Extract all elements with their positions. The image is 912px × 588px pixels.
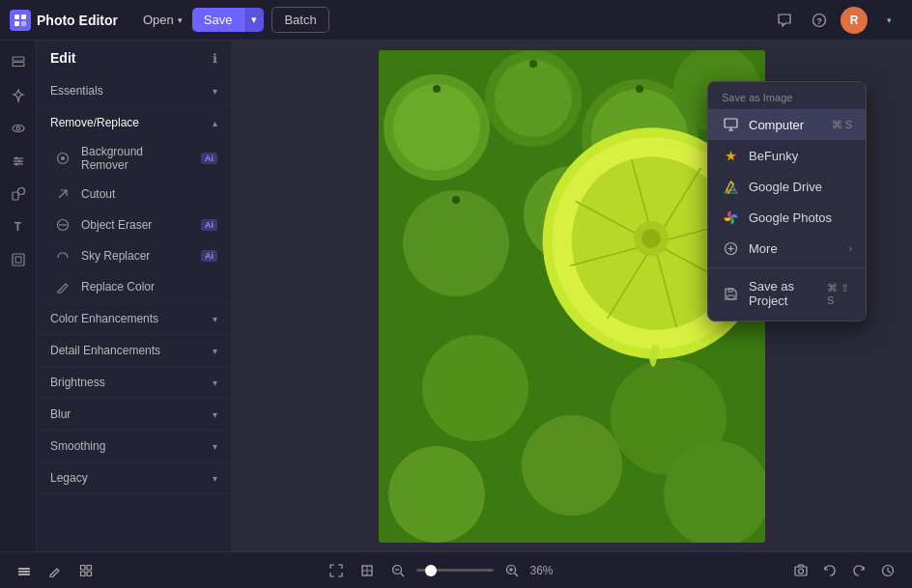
sidebar-item-replace-color[interactable]: Replace Color: [37, 271, 231, 302]
sidebar-section-smoothing: Smoothing ▾: [37, 431, 231, 462]
svg-rect-63: [18, 571, 30, 573]
sidebar: Edit ℹ Essentials ▾ Remove/Replace ▴ Bac…: [37, 41, 232, 551]
svg-point-44: [452, 196, 460, 204]
svg-point-42: [529, 60, 537, 68]
svg-rect-65: [81, 565, 86, 570]
sidebar-item-object-eraser[interactable]: Object Eraser Ai: [37, 210, 231, 240]
sky-replacer-badge: Ai: [201, 250, 217, 262]
sidebar-section-brightness: Brightness ▾: [37, 367, 231, 399]
svg-rect-3: [21, 21, 26, 26]
svg-rect-0: [14, 14, 19, 19]
rail-visibility-icon[interactable]: [4, 114, 33, 143]
layers-toggle-button[interactable]: [12, 558, 37, 583]
befunky-icon: [722, 147, 739, 164]
info-icon[interactable]: ℹ: [213, 51, 217, 66]
svg-rect-2: [14, 21, 19, 26]
rail-shapes-icon[interactable]: [4, 180, 33, 209]
color-enhancements-chevron-icon: ▾: [213, 314, 217, 324]
undo-button[interactable]: [817, 558, 842, 583]
blur-section-header[interactable]: Blur ▾: [37, 399, 231, 430]
svg-point-36: [422, 335, 528, 441]
svg-rect-17: [13, 192, 18, 200]
icon-rail: T: [0, 41, 37, 551]
zoom-out-button[interactable]: [385, 558, 411, 583]
account-dropdown-button[interactable]: ▾: [875, 7, 902, 34]
redo-button[interactable]: [846, 558, 871, 583]
rail-frame-icon[interactable]: [4, 245, 33, 274]
detail-enhancements-chevron-icon: ▾: [213, 346, 217, 356]
snapshot-button[interactable]: [788, 558, 813, 583]
svg-line-78: [514, 573, 518, 576]
detail-enhancements-section-header[interactable]: Detail Enhancements ▾: [37, 335, 231, 366]
essentials-section-header[interactable]: Essentials ▾: [37, 75, 231, 106]
legacy-chevron-icon: ▾: [213, 473, 217, 484]
color-enhancements-section-header[interactable]: Color Enhancements ▾: [37, 303, 231, 334]
blur-chevron-icon: ▾: [213, 409, 217, 420]
remove-replace-chevron-icon: ▴: [213, 118, 217, 128]
sidebar-item-sky-replacer[interactable]: Sky Replacer Ai: [37, 240, 231, 271]
sidebar-section-detail-enhancements: Detail Enhancements ▾: [37, 335, 231, 367]
sidebar-item-background-remover[interactable]: Background Remover Ai: [37, 138, 231, 179]
background-remover-badge: Ai: [201, 153, 217, 164]
svg-point-40: [522, 415, 622, 516]
rail-effects-icon[interactable]: [4, 81, 33, 110]
zoom-in-button[interactable]: [499, 558, 525, 583]
open-chevron-icon: ▾: [178, 15, 183, 25]
svg-rect-20: [15, 257, 21, 263]
help-button[interactable]: ?: [806, 7, 833, 34]
remove-replace-section-header[interactable]: Remove/Replace ▴: [37, 107, 231, 138]
legacy-section-header[interactable]: Legacy ▾: [37, 462, 231, 493]
fit-button[interactable]: [324, 558, 349, 583]
svg-rect-68: [87, 572, 92, 576]
grid-toggle-button[interactable]: [73, 558, 99, 583]
svg-point-55: [641, 229, 661, 248]
logo-icon: [10, 10, 31, 31]
sidebar-item-cutout[interactable]: Cutout: [37, 179, 231, 210]
dropdown-item-google-drive[interactable]: Google Drive: [708, 171, 866, 202]
smoothing-section-header[interactable]: Smoothing ▾: [37, 431, 231, 462]
dropdown-item-more[interactable]: More ›: [708, 233, 866, 264]
svg-point-16: [14, 163, 17, 166]
replace-color-icon: [54, 278, 71, 295]
google-photos-icon: [722, 209, 739, 226]
batch-button[interactable]: Batch: [271, 7, 328, 33]
app-title: Photo Editor: [37, 13, 118, 28]
rail-adjustments-icon[interactable]: [4, 147, 33, 176]
svg-rect-61: [728, 289, 732, 292]
svg-point-41: [433, 85, 441, 93]
open-button[interactable]: Open ▾: [133, 8, 192, 32]
user-avatar-button[interactable]: R: [841, 7, 868, 34]
svg-rect-60: [727, 295, 734, 299]
background-remover-icon: [54, 150, 71, 167]
dropdown-item-google-photos[interactable]: Google Photos: [708, 202, 866, 233]
svg-point-38: [388, 446, 485, 543]
more-icon: [722, 239, 739, 257]
edit-toggle-button[interactable]: [43, 558, 68, 583]
sidebar-section-color-enhancements: Color Enhancements ▾: [37, 303, 231, 335]
dropdown-item-computer[interactable]: Computer ⌘ S: [708, 109, 866, 140]
rail-layers-icon[interactable]: [4, 48, 33, 77]
svg-rect-1: [21, 14, 26, 19]
save-button[interactable]: Save: [192, 8, 244, 32]
zoom-controls: 36%: [385, 558, 564, 583]
svg-text:?: ?: [816, 16, 822, 26]
svg-point-22: [61, 156, 65, 160]
svg-rect-62: [18, 568, 30, 570]
topbar-right: ? R ▾: [771, 7, 902, 34]
zoom-slider[interactable]: [416, 569, 494, 572]
svg-rect-67: [81, 572, 86, 576]
crop-button[interactable]: [355, 558, 380, 583]
chat-button[interactable]: [771, 7, 798, 34]
bottom-toolbar: 36%: [0, 551, 912, 588]
object-eraser-icon: [54, 216, 71, 234]
rail-text-icon[interactable]: T: [4, 212, 33, 241]
dropdown-item-befunky[interactable]: BeFunky: [708, 140, 866, 171]
brightness-section-header[interactable]: Brightness ▾: [37, 367, 231, 398]
save-dropdown-button[interactable]: ▾: [243, 8, 264, 32]
topbar: Photo Editor Open ▾ Save ▾ Batch ? R ▾: [0, 0, 912, 41]
sidebar-section-legacy: Legacy ▾: [37, 462, 231, 494]
dropdown-item-save-as-project[interactable]: Save as Project ⌘ ⇧ S: [708, 272, 866, 315]
svg-line-74: [400, 573, 404, 576]
svg-point-14: [14, 157, 17, 160]
history-button[interactable]: [875, 558, 900, 583]
